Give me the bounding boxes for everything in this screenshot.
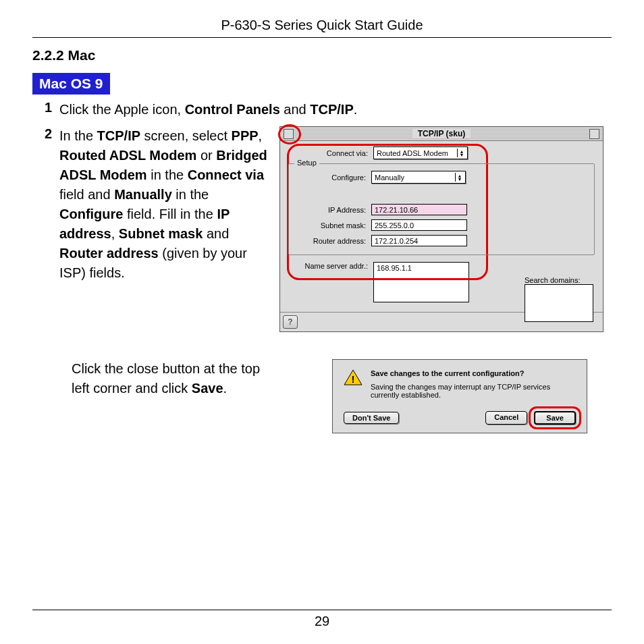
section-heading: 2.2.2 Mac bbox=[32, 47, 612, 63]
name-server-field[interactable]: 168.95.1.1 bbox=[373, 262, 469, 302]
step-1: 1 Click the Apple icon, Control Panels a… bbox=[45, 100, 612, 119]
configure-label: Configure: bbox=[293, 173, 371, 182]
configure-dropdown[interactable]: Manually ▲▼ bbox=[371, 171, 466, 184]
step-text: In the TCP/IP screen, select PPP, Routed… bbox=[59, 126, 269, 283]
t: field and bbox=[59, 187, 114, 202]
step-text: Click the close button at the top left c… bbox=[72, 359, 281, 398]
page-number: 29 bbox=[0, 614, 644, 629]
window-title: TCP/IP (sku) bbox=[412, 129, 471, 138]
dropdown-value: Manually bbox=[375, 173, 404, 182]
os-badge: Mac OS 9 bbox=[32, 73, 110, 95]
t: and bbox=[203, 226, 229, 241]
doc-header: P-630-S Series Quick Start Guide bbox=[32, 14, 612, 38]
zoom-button[interactable] bbox=[589, 129, 599, 139]
router-address-field[interactable]: 172.21.0.254 bbox=[371, 235, 467, 246]
setup-group: Setup Configure: Manually ▲▼ IP Addres bbox=[288, 163, 595, 255]
t: TCP/IP bbox=[97, 128, 140, 143]
close-button[interactable] bbox=[284, 129, 294, 139]
warning-icon: ! bbox=[344, 369, 363, 385]
help-icon: ? bbox=[288, 317, 292, 327]
t: field. Fill in the bbox=[123, 207, 217, 221]
dropdown-value: Routed ADSL Modem bbox=[377, 149, 448, 157]
titlebar: TCP/IP (sku) bbox=[280, 127, 603, 141]
router-address-label: Router address: bbox=[293, 237, 371, 245]
search-domains-field[interactable] bbox=[525, 284, 593, 322]
t: , bbox=[259, 128, 263, 143]
t: Connect via bbox=[188, 167, 264, 182]
t: Manually bbox=[114, 187, 172, 202]
t: in the bbox=[172, 187, 209, 202]
t: Router address bbox=[59, 246, 159, 261]
connect-via-dropdown[interactable]: Routed ADSL Modem ▲▼ bbox=[373, 146, 468, 159]
t: Control Panels bbox=[185, 102, 280, 117]
updown-icon: ▲▼ bbox=[457, 149, 466, 157]
t: Save bbox=[192, 381, 223, 396]
t: Configure bbox=[59, 207, 123, 221]
t: and bbox=[280, 102, 310, 117]
dialog-title: Save changes to the current configuratio… bbox=[371, 369, 576, 377]
t: In the bbox=[59, 128, 97, 143]
tcpip-window: TCP/IP (sku) Connect via: Routed ADSL Mo… bbox=[279, 126, 603, 332]
t: screen, select bbox=[140, 128, 232, 143]
step-2: 2 In the TCP/IP screen, select PPP, Rout… bbox=[45, 126, 612, 332]
t: or bbox=[196, 148, 216, 163]
help-button[interactable]: ? bbox=[283, 315, 298, 329]
t: , bbox=[111, 226, 119, 241]
save-dialog: ! Save changes to the current configurat… bbox=[332, 359, 587, 433]
t: Click the Apple icon, bbox=[59, 102, 185, 117]
subnet-mask-label: Subnet mask: bbox=[293, 221, 371, 230]
name-server-label: Name server addr.: bbox=[288, 262, 373, 270]
t: Subnet mask bbox=[119, 226, 203, 241]
setup-legend: Setup bbox=[294, 159, 319, 167]
step-number: 1 bbox=[45, 100, 59, 119]
search-domains-label: Search domains: bbox=[525, 276, 593, 284]
dialog-body: Saving the changes may interrupt any TCP… bbox=[371, 383, 576, 399]
cancel-button[interactable]: Cancel bbox=[485, 411, 527, 425]
dont-save-button[interactable]: Don't Save bbox=[344, 412, 399, 424]
ip-address-label: IP Address: bbox=[293, 206, 371, 214]
t: TCP/IP bbox=[310, 102, 353, 117]
step-text: Click the Apple icon, Control Panels and… bbox=[59, 100, 357, 119]
subnet-mask-field[interactable]: 255.255.0.0 bbox=[371, 219, 467, 231]
t: . bbox=[354, 102, 358, 117]
t: in the bbox=[147, 167, 188, 182]
updown-icon: ▲▼ bbox=[455, 173, 464, 182]
t: . bbox=[223, 381, 227, 396]
t: PPP bbox=[232, 128, 259, 143]
t: Click the close button at the top left c… bbox=[72, 361, 260, 396]
t: Routed ADSL Modem bbox=[59, 148, 196, 163]
svg-text:!: ! bbox=[352, 373, 355, 385]
connect-via-label: Connect via: bbox=[288, 149, 373, 157]
save-button[interactable]: Save bbox=[534, 411, 576, 425]
step-number: 2 bbox=[45, 126, 59, 332]
ip-address-field[interactable]: 172.21.10.66 bbox=[371, 204, 467, 215]
footer-rule bbox=[32, 610, 612, 610]
